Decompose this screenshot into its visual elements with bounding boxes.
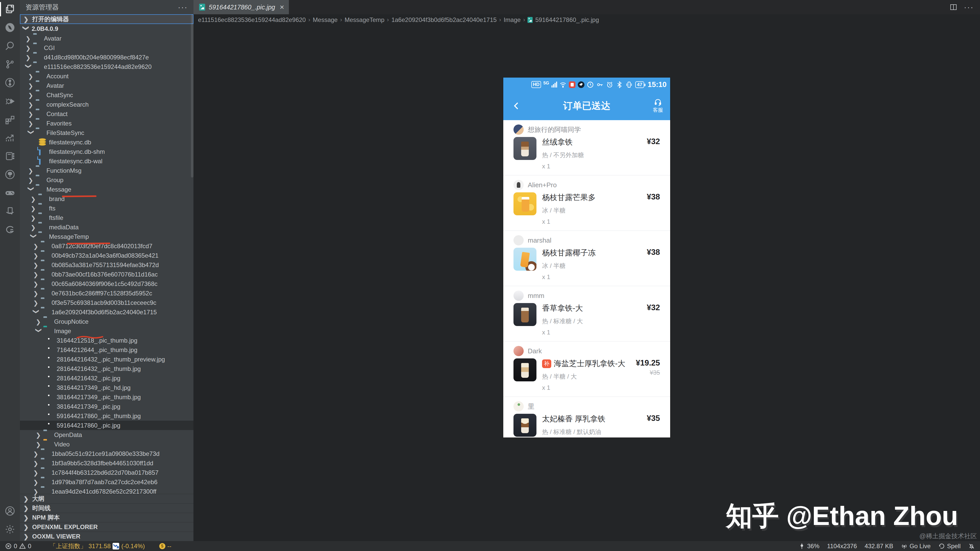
- tree-folder-0a8712c303f2f0ef7dc8c8402013fcd7[interactable]: ❯0a8712c303f2f0ef7dc8c8402013fcd7: [20, 241, 193, 251]
- account-icon[interactable]: [0, 502, 20, 520]
- settings-gear-icon[interactable]: [0, 520, 20, 538]
- breadcrumb-segment[interactable]: Image: [504, 16, 520, 24]
- tree-folder-Image[interactable]: ❯Image: [20, 326, 193, 336]
- chevron-right-icon: ❯: [30, 205, 37, 212]
- tree-file-281644216432_.pic_thumb.jpg[interactable]: 281644216432_.pic_thumb.jpg: [20, 364, 193, 373]
- browser-logo-icon[interactable]: [0, 18, 20, 37]
- order-item[interactable]: 丝绒拿铁热 / 不另外加糖x 1¥32: [514, 135, 660, 175]
- page-flip-icon[interactable]: [0, 202, 20, 221]
- github-icon[interactable]: [0, 165, 20, 184]
- tree-folder-Group[interactable]: ❯Group: [20, 175, 193, 185]
- tree-folder-ftsfile[interactable]: ❯ftsfile: [20, 213, 193, 222]
- workspace-root-section[interactable]: ❯ 2.0B4.0.9: [20, 24, 193, 34]
- tree-folder-d41d8cd98f00b204e9800998ecf8427e[interactable]: ❯d41d8cd98f00b204e9800998ecf8427e: [20, 52, 193, 62]
- order-item[interactable]: 太妃榛香 厚乳拿铁热 / 标准糖 / 默认奶油x 1¥35: [514, 412, 660, 437]
- tree-folder-00c65a60840369f906e1c5c492d7368c[interactable]: ❯00c65a60840369f906e1c5c492d7368c: [20, 279, 193, 289]
- problems-indicator[interactable]: 0 0: [5, 543, 32, 550]
- folder-icon: [41, 450, 49, 458]
- tree-folder-FileStateSync[interactable]: ❯FileStateSync: [20, 128, 193, 138]
- tree-folder-1bf3a9bb5c328d3fbeb44651030ff1dd[interactable]: ❯1bf3a9bb5c328d3fbeb44651030ff1dd: [20, 458, 193, 468]
- tree-file-filestatesync.db-wal[interactable]: filestatesync.db-wal: [20, 156, 193, 166]
- breadcrumb-segment[interactable]: Message: [313, 16, 338, 24]
- tree-folder-0e7631bc6c286fff97c1528f35d5952c[interactable]: ❯0e7631bc6c286fff97c1528f35d5952c: [20, 289, 193, 298]
- stock-ticker[interactable]: 「上证指数」 3171.58 (-0.14%): [50, 542, 145, 550]
- tree-folder-Message[interactable]: ❯Message: [20, 185, 193, 194]
- tree-folder-Contact[interactable]: ❯Contact: [20, 109, 193, 119]
- customer-service-button[interactable]: 客服: [653, 98, 663, 114]
- tree-file-381644217349_.pic.jpg[interactable]: 381644217349_.pic.jpg: [20, 402, 193, 411]
- breadcrumb-segment[interactable]: e111516ec8823536e159244ad82e9620: [198, 16, 306, 24]
- debug-icon[interactable]: [0, 92, 20, 110]
- tree-folder-0f3e575c69381acb9d003b11ceceec9c[interactable]: ❯0f3e575c69381acb9d003b11ceceec9c: [20, 298, 193, 307]
- tree-folder-1c7844f4b63122bd6d22d70ba017b857[interactable]: ❯1c7844f4b63122bd6d22d70ba017b857: [20, 468, 193, 477]
- order-item[interactable]: 杨枝甘露芒果多冰 / 半糖x 1¥38: [514, 190, 660, 230]
- more-actions-icon[interactable]: ···: [964, 3, 974, 11]
- sidebar-more-icon[interactable]: ···: [178, 3, 188, 11]
- gitlens-icon[interactable]: [0, 73, 20, 92]
- sidebar-scrollbar[interactable]: [191, 14, 193, 178]
- panel-OOXML VIEWER[interactable]: ❯OOXML VIEWER: [20, 532, 193, 541]
- split-editor-icon[interactable]: [950, 3, 957, 11]
- g-logo-icon[interactable]: [0, 221, 20, 239]
- tree-folder-ChatSync[interactable]: ❯ChatSync: [20, 90, 193, 100]
- order-item[interactable]: 杨枝甘露椰子冻冰 / 半糖x 1¥38: [514, 246, 660, 286]
- tree-file-filestatesync.db[interactable]: filestatesync.db: [20, 138, 193, 147]
- order-item[interactable]: 补海盐芝士厚乳拿铁-大热 / 半糖 / 大x 1¥19.25¥35: [514, 356, 660, 396]
- tab-close-icon[interactable]: ×: [280, 3, 284, 11]
- stats-icon[interactable]: [0, 129, 20, 147]
- notebook-icon[interactable]: [0, 147, 20, 165]
- panel-OPENXML EXPLORER[interactable]: ❯OPENXML EXPLORER: [20, 522, 193, 532]
- tree-folder-Avatar[interactable]: ❯Avatar: [20, 81, 193, 90]
- tree-folder-complexSearch[interactable]: ❯complexSearch: [20, 100, 193, 109]
- image-preview-canvas[interactable]: HD 5G 47 15:10: [193, 25, 980, 541]
- tree-file-381644217349_.pic_hd.jpg[interactable]: 381644217349_.pic_hd.jpg: [20, 383, 193, 392]
- open-editors-section[interactable]: ❯ 打开的编辑器: [20, 14, 193, 24]
- tree-folder-1bba05c51c921ce91a09080e333be73d[interactable]: ❯1bba05c51c921ce91a09080e333be73d: [20, 449, 193, 458]
- tree-folder-1d979ba78f7d7aab7ca27cdc2ce42eb6[interactable]: ❯1d979ba78f7d7aab7ca27cdc2ce42eb6: [20, 477, 193, 487]
- tree-folder-fts[interactable]: ❯fts: [20, 203, 193, 213]
- go-live-button[interactable]: Go Live: [901, 543, 931, 550]
- tree-file-71644212644_.pic_thumb.jpg[interactable]: 71644212644_.pic_thumb.jpg: [20, 345, 193, 354]
- gamepad-icon[interactable]: [0, 184, 20, 202]
- tree-file-591644217860_.pic.jpg[interactable]: 591644217860_.pic.jpg: [20, 421, 193, 430]
- tree-folder-0bb73ae00cf16b376e607076b11d16ac[interactable]: ❯0bb73ae00cf16b376e607076b11d16ac: [20, 270, 193, 279]
- tree-folder-mediaData[interactable]: ❯mediaData: [20, 222, 193, 232]
- tree-folder-FunctionMsg[interactable]: ❯FunctionMsg: [20, 166, 193, 175]
- tree-file-31644212518_.pic_thumb.jpg[interactable]: 31644212518_.pic_thumb.jpg: [20, 336, 193, 345]
- search-icon[interactable]: [0, 37, 20, 55]
- tree-folder-OpenData[interactable]: ❯OpenData: [20, 430, 193, 440]
- tree-folder-Favorites[interactable]: ❯Favorites: [20, 119, 193, 128]
- tree-folder-Account[interactable]: ❯Account: [20, 71, 193, 81]
- tree-file-381644217349_.pic_thumb.jpg[interactable]: 381644217349_.pic_thumb.jpg: [20, 392, 193, 402]
- tree-folder-00b49cb732a1a04e3a6f0ad08365e421[interactable]: ❯00b49cb732a1a04e3a6f0ad08365e421: [20, 251, 193, 260]
- spell-checker[interactable]: Spell: [939, 543, 961, 550]
- tree-file-281644216432_.pic.jpg[interactable]: 281644216432_.pic.jpg: [20, 373, 193, 383]
- notifications-toggle[interactable]: [968, 543, 975, 549]
- panel-NPM 脚本[interactable]: ❯NPM 脚本: [20, 513, 193, 522]
- order-item[interactable]: 香草拿铁-大热 / 标准糖 / 大x 1¥32: [514, 301, 660, 341]
- breadcrumb-segment[interactable]: 591644217860_.pic.jpg: [535, 16, 599, 24]
- tree-file-281644216432_.pic_thumb_preview.jpg[interactable]: 281644216432_.pic_thumb_preview.jpg: [20, 354, 193, 364]
- zoom-control[interactable]: 36%: [799, 543, 819, 550]
- panel-时间线[interactable]: ❯时间线: [20, 503, 193, 513]
- panel-大纲[interactable]: ❯大纲: [20, 494, 193, 503]
- breadcrumb-segment[interactable]: MessageTemp: [345, 16, 384, 24]
- breadcrumb-segment[interactable]: 1a6e209204f3b0d6f5b2ac24040e1715: [391, 16, 496, 24]
- source-control-icon[interactable]: [0, 55, 20, 73]
- tree-file-filestatesync.db-shm[interactable]: filestatesync.db-shm: [20, 147, 193, 156]
- files-icon[interactable]: [0, 0, 20, 18]
- tree-folder-1a6e209204f3b0d6f5b2ac24040e1715[interactable]: ❯1a6e209204f3b0d6f5b2ac24040e1715: [20, 307, 193, 317]
- tree-file-591644217860_.pic_thumb.jpg[interactable]: 591644217860_.pic_thumb.jpg: [20, 411, 193, 421]
- tree-folder-Avatar[interactable]: ❯Avatar: [20, 34, 193, 43]
- tree-folder-CGI[interactable]: ❯CGI: [20, 43, 193, 52]
- tree-folder-Video[interactable]: ❯Video: [20, 440, 193, 449]
- tree-folder-e111516ec8823536e159244ad82e9620[interactable]: ❯e111516ec8823536e159244ad82e9620: [20, 62, 193, 71]
- extensions-icon[interactable]: [0, 110, 20, 129]
- tree-folder-brand[interactable]: ❯brand: [20, 194, 193, 203]
- fund-ticker[interactable]: $ --: [159, 543, 172, 550]
- tree-folder-GroupNotice[interactable]: ❯GroupNotice: [20, 317, 193, 326]
- folder-icon: [36, 110, 44, 118]
- tree-folder-MessageTemp[interactable]: ❯MessageTemp: [20, 232, 193, 241]
- tree-folder-0b085a3a381e7557131594efae3b472d[interactable]: ❯0b085a3a381e7557131594efae3b472d: [20, 260, 193, 270]
- tab-image-file[interactable]: 591644217860_.pic.jpg ×: [193, 0, 289, 14]
